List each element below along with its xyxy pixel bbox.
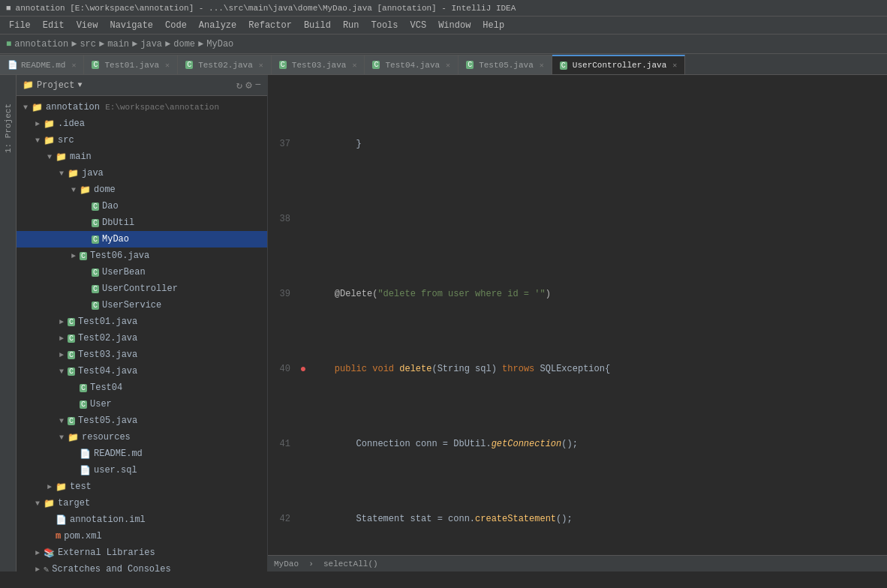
- tree-item-test[interactable]: ► 📁 test: [17, 478, 267, 495]
- tree-item-annotationiml[interactable]: 📄 annotation.iml: [17, 512, 267, 528]
- tree-item-test05[interactable]: ▼ C Test05.java: [17, 412, 267, 429]
- tab-close-test05[interactable]: ✕: [540, 61, 544, 70]
- minimize-icon[interactable]: −: [255, 79, 261, 92]
- tree-item-usersql[interactable]: 📄 user.sql: [17, 462, 267, 478]
- menu-edit[interactable]: Edit: [37, 19, 71, 32]
- tree-item-idea[interactable]: ► 📁 .idea: [17, 116, 267, 132]
- tree-item-target[interactable]: ▼ 📁 target: [17, 495, 267, 512]
- tree-item-userservice[interactable]: C UserService: [17, 297, 267, 314]
- tab-test05[interactable]: C Test05.java ✕: [459, 55, 552, 74]
- menu-navigate[interactable]: Navigate: [104, 19, 159, 32]
- tree-item-readme[interactable]: 📄 README.md: [17, 446, 267, 462]
- line-number-41: 41: [268, 436, 296, 452]
- bc-icon: ■: [6, 39, 11, 50]
- code-content[interactable]: 37 } 38 39 @Delete("delete from user whe…: [268, 75, 887, 555]
- tab-test02[interactable]: C Test02.java ✕: [178, 55, 272, 74]
- tree-item-extlibs[interactable]: ► 📚 External Libraries: [17, 544, 267, 561]
- tab-label-test03: Test03.java: [292, 61, 347, 70]
- tree-item-userbean[interactable]: C UserBean: [17, 264, 267, 280]
- menu-bar: File Edit View Navigate Code Analyze Ref…: [0, 16, 887, 34]
- expand-arrow-test01: ►: [56, 318, 68, 326]
- menu-vcs[interactable]: VCS: [404, 19, 433, 32]
- tree-item-test01[interactable]: ► C Test01.java: [17, 314, 267, 330]
- bc-sep1: ►: [71, 39, 77, 50]
- tree-label-userservice: UserService: [102, 300, 161, 310]
- code-scroll-area[interactable]: 37 } 38 39 @Delete("delete from user whe…: [268, 75, 887, 555]
- tab-close-test04[interactable]: ✕: [446, 61, 450, 70]
- bc-src[interactable]: src: [80, 39, 96, 50]
- tab-close-test02[interactable]: ✕: [259, 61, 263, 70]
- tree-label-src: src: [58, 135, 74, 146]
- tab-test03[interactable]: C Test03.java ✕: [272, 55, 365, 74]
- sidebar-tree: ▼ 📁 annotation E:\workspace\annotation ►…: [17, 96, 267, 572]
- tab-test01[interactable]: C Test01.java ✕: [84, 55, 178, 74]
- java-icon-test03: C: [68, 351, 75, 359]
- tab-usercontroller[interactable]: C UserController.java ✕: [552, 55, 685, 74]
- java-icon-test04: C: [68, 368, 75, 376]
- tree-label-test04: Test04.java: [78, 366, 137, 376]
- tree-item-resources[interactable]: ▼ 📁 resources: [17, 429, 267, 446]
- tree-item-mydao[interactable]: C MyDao: [17, 231, 267, 248]
- tree-label-dao: Dao: [102, 201, 119, 212]
- menu-refactor[interactable]: Refactor: [242, 19, 298, 32]
- settings-icon[interactable]: ⚙: [245, 79, 251, 92]
- tree-label-extlibs: External Libraries: [58, 548, 155, 558]
- tree-label-userbean: UserBean: [102, 267, 146, 278]
- bc-mydao[interactable]: MyDao: [206, 39, 233, 50]
- bc-sep5: ►: [198, 39, 203, 50]
- bc-java[interactable]: java: [140, 39, 162, 50]
- tree-item-test02[interactable]: ► C Test02.java: [17, 330, 267, 346]
- tree-item-usercontroller[interactable]: C UserController: [17, 280, 267, 297]
- sync-icon[interactable]: ↻: [236, 79, 242, 92]
- menu-code[interactable]: Code: [159, 19, 193, 32]
- dropdown-icon[interactable]: ▼: [77, 81, 82, 89]
- tab-icon-test03: C: [279, 61, 287, 69]
- tree-label-test01: Test01.java: [78, 316, 137, 327]
- bc-sep4: ►: [165, 39, 170, 50]
- tree-item-src[interactable]: ▼ 📁 src: [17, 132, 267, 148]
- tab-readme[interactable]: 📄 README.md ✕: [0, 55, 84, 74]
- project-panel-tab[interactable]: 1: Project: [2, 98, 14, 159]
- tab-close-usercontroller[interactable]: ✕: [672, 61, 677, 70]
- tree-item-test04[interactable]: ▼ C Test04.java: [17, 363, 267, 380]
- tree-item-dao[interactable]: C Dao: [17, 198, 267, 214]
- bc-dome[interactable]: dome: [173, 39, 195, 50]
- menu-analyze[interactable]: Analyze: [193, 19, 242, 32]
- tree-item-dbutil[interactable]: C DbUtil: [17, 214, 267, 231]
- tab-close-readme[interactable]: ✕: [71, 61, 76, 70]
- menu-window[interactable]: Window: [432, 19, 477, 32]
- tree-label-pomxml: pom.xml: [64, 531, 101, 542]
- tree-item-java[interactable]: ▼ 📁 java: [17, 165, 267, 182]
- menu-tools[interactable]: Tools: [365, 19, 404, 32]
- tree-label-usersql: user.sql: [94, 465, 137, 476]
- menu-help[interactable]: Help: [477, 19, 510, 32]
- code-line-42: 42 Statement stat = conn.createStatement…: [268, 512, 887, 526]
- tree-item-pomxml[interactable]: m pom.xml: [17, 528, 267, 544]
- expand-arrow-test04: ▼: [56, 368, 68, 376]
- bc-main[interactable]: main: [107, 39, 129, 50]
- gutter-40: ●: [296, 362, 310, 376]
- menu-file[interactable]: File: [3, 19, 37, 32]
- tree-item-test04-class[interactable]: C Test04: [17, 380, 267, 396]
- tree-item-annotation[interactable]: ▼ 📁 annotation E:\workspace\annotation: [17, 99, 267, 116]
- java-icon-test02: C: [68, 334, 75, 343]
- menu-run[interactable]: Run: [337, 19, 365, 32]
- menu-build[interactable]: Build: [298, 19, 337, 32]
- tree-item-user[interactable]: C User: [17, 396, 267, 412]
- line-number-42: 42: [268, 512, 296, 526]
- tree-item-test03[interactable]: ► C Test03.java: [17, 346, 267, 363]
- menu-view[interactable]: View: [71, 19, 104, 32]
- tree-item-test06[interactable]: ► C Test06.java: [17, 248, 267, 264]
- tab-icon-test01: C: [92, 61, 99, 69]
- tab-close-test01[interactable]: ✕: [165, 61, 170, 70]
- code-editor[interactable]: 37 } 38 39 @Delete("delete from user whe…: [268, 75, 887, 572]
- tab-close-test03[interactable]: ✕: [352, 61, 356, 70]
- tree-label-user: User: [90, 399, 112, 410]
- tab-test04[interactable]: C Test04.java ✕: [365, 55, 459, 74]
- tree-item-main[interactable]: ▼ 📁 main: [17, 148, 267, 165]
- tree-item-scratches[interactable]: ► ✎ Scratches and Consoles: [17, 561, 267, 572]
- bc-annotation[interactable]: annotation: [14, 39, 68, 50]
- tree-item-dome[interactable]: ▼ 📁 dome: [17, 182, 267, 198]
- tab-label-test04: Test04.java: [385, 61, 440, 70]
- code-line-39: 39 @Delete("delete from user where id = …: [268, 286, 887, 302]
